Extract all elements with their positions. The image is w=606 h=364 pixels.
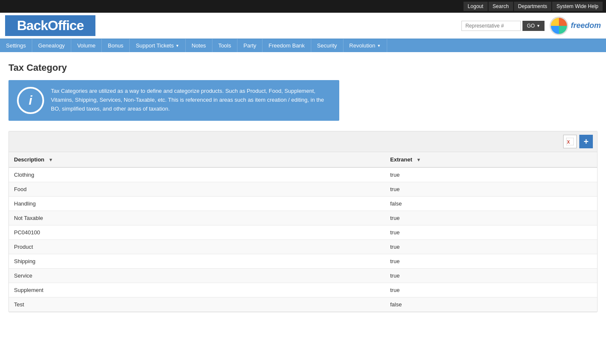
cell-extranet: true (385, 182, 597, 197)
info-box: i Tax Categories are utilized as a way t… (8, 80, 339, 121)
logo: BackOffice (12, 16, 89, 35)
info-text: Tax Categories are utilized as a way to … (51, 87, 331, 113)
cell-extranet: true (385, 167, 597, 182)
nav-item-freedom-bank[interactable]: Freedom Bank (263, 39, 311, 52)
table-header-row: Description ▼ Extranet ▼ (9, 152, 597, 167)
nav-item-security[interactable]: Security (311, 39, 343, 52)
table-body: ClothingtrueFoodtrueHandlingfalseNot Tax… (9, 167, 597, 312)
logo-wrapper: BackOffice (5, 15, 95, 36)
representative-input[interactable] (461, 21, 521, 31)
navigation: SettingsGenealogyVolumeBonusSupport Tick… (0, 39, 606, 52)
table-row[interactable]: PC040100true (9, 225, 597, 240)
nav-item-notes[interactable]: Notes (186, 39, 212, 52)
table-row[interactable]: Not Taxabletrue (9, 211, 597, 225)
table-row[interactable]: Servicetrue (9, 269, 597, 283)
add-button[interactable]: + (579, 135, 593, 148)
page-title: Tax Category (8, 62, 598, 73)
cell-extranet: true (385, 254, 597, 269)
cell-description: Handling (9, 197, 385, 211)
nav-item-genealogy[interactable]: Genealogy (32, 39, 71, 52)
nav-item-settings[interactable]: Settings (0, 39, 32, 52)
table-row[interactable]: Producttrue (9, 240, 597, 254)
cell-extranet: true (385, 283, 597, 297)
cell-description: Product (9, 240, 385, 254)
cell-description: Food (9, 182, 385, 197)
tax-category-table: Description ▼ Extranet ▼ ClothingtrueFoo… (9, 152, 597, 312)
header-right: GO freedom (461, 17, 601, 35)
table-row[interactable]: Handlingfalse (9, 197, 597, 211)
cell-description: Supplement (9, 283, 385, 297)
freedom-logo: freedom (550, 17, 601, 35)
table-row[interactable]: Supplementtrue (9, 283, 597, 297)
nav-item-party[interactable]: Party (237, 39, 263, 52)
nav-item-support-tickets[interactable]: Support Tickets (130, 39, 186, 52)
cell-description: Shipping (9, 254, 385, 269)
cell-extranet: true (385, 269, 597, 283)
freedom-circle-icon (550, 17, 568, 35)
cell-description: Not Taxable (9, 211, 385, 225)
col-description: Description ▼ (9, 152, 385, 167)
excel-icon: X (566, 138, 574, 145)
header: BackOffice GO freedom (0, 13, 606, 39)
cell-description: Clothing (9, 167, 385, 182)
table-container: X + Description ▼ Extranet ▼ C (8, 131, 598, 312)
freedom-label: freedom (571, 21, 601, 30)
export-excel-button[interactable]: X (563, 135, 577, 148)
cell-extranet: true (385, 211, 597, 225)
svg-text:X: X (567, 140, 570, 144)
cell-extranet: false (385, 297, 597, 312)
rep-input-group: GO (461, 21, 545, 31)
nav-item-tools[interactable]: Tools (212, 39, 237, 52)
search-button[interactable]: Search (489, 2, 513, 11)
cell-extranet: true (385, 240, 597, 254)
cell-extranet: false (385, 197, 597, 211)
nav-item-volume[interactable]: Volume (71, 39, 102, 52)
cell-description: Test (9, 297, 385, 312)
go-button[interactable]: GO (522, 21, 545, 31)
cell-description: PC040100 (9, 225, 385, 240)
top-bar: Logout Search Departments System Wide He… (0, 0, 606, 13)
main-content: Tax Category i Tax Categories are utiliz… (0, 52, 606, 322)
table-row[interactable]: Foodtrue (9, 182, 597, 197)
col-extranet: Extranet ▼ (385, 152, 597, 167)
table-row[interactable]: Testfalse (9, 297, 597, 312)
table-row[interactable]: Shippingtrue (9, 254, 597, 269)
cell-description: Service (9, 269, 385, 283)
info-icon: i (17, 87, 44, 114)
table-row[interactable]: Clothingtrue (9, 167, 597, 182)
departments-button[interactable]: Departments (514, 2, 552, 11)
description-filter-icon[interactable]: ▼ (48, 157, 53, 162)
nav-item-revolution[interactable]: Revolution (343, 39, 387, 52)
cell-extranet: true (385, 225, 597, 240)
table-toolbar: X + (9, 131, 597, 152)
logout-button[interactable]: Logout (464, 2, 488, 11)
extranet-filter-icon[interactable]: ▼ (416, 157, 421, 162)
system-wide-help-button[interactable]: System Wide Help (552, 2, 603, 11)
nav-item-bonus[interactable]: Bonus (102, 39, 130, 52)
